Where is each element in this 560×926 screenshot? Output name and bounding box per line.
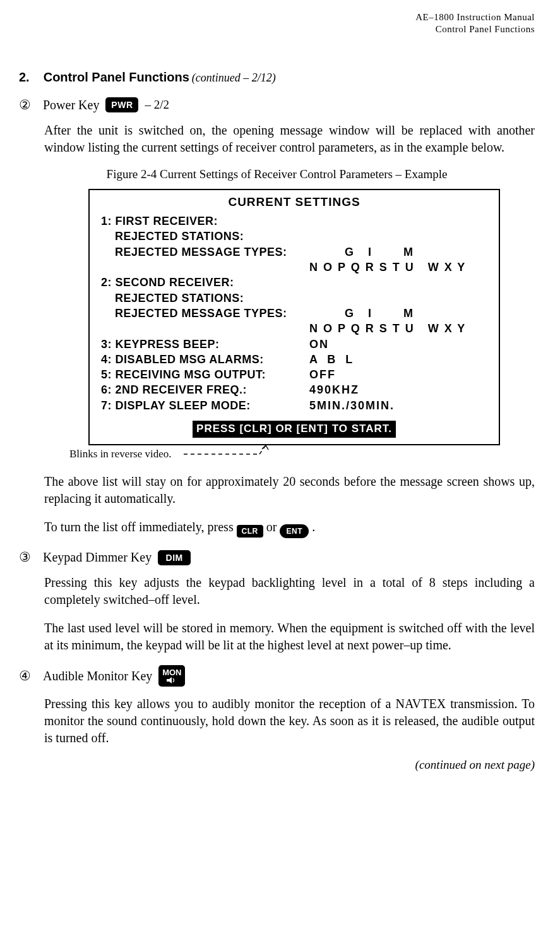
- item-3-p2: The last used level will be stored in me…: [44, 620, 535, 654]
- svg-marker-2: [167, 677, 172, 683]
- p2-part-c: .: [312, 520, 315, 534]
- panel-r1: 1: FIRST RECEIVER:: [101, 213, 309, 229]
- blink-note: Blinks in reverse video.: [69, 448, 171, 460]
- circled-2: ②: [19, 97, 37, 113]
- section-continued: (continued – 2/12): [192, 71, 276, 84]
- settings-panel: CURRENT SETTINGS 1: FIRST RECEIVER: REJE…: [88, 189, 500, 445]
- panel-r6-val: 490KHZ: [309, 382, 359, 397]
- mon-key-text: MON: [162, 668, 181, 676]
- panel-r2c-pad: [101, 321, 309, 336]
- item-4-p: Pressing this key allows you to audibly …: [44, 695, 535, 747]
- panel-r4-label: 4: DISABLED MSG ALARMS:: [101, 352, 309, 367]
- panel-r1b-val: G I M: [309, 244, 414, 260]
- panel-r4-val: A B L: [309, 352, 354, 367]
- panel-r1b-label: REJECTED MESSAGE TYPES:: [101, 244, 309, 260]
- item-2-label: Power Key: [43, 98, 99, 112]
- section-title: Control Panel Functions: [44, 70, 189, 84]
- circled-4: ④: [19, 668, 37, 684]
- item-2-sub: – 2/2: [145, 98, 169, 112]
- panel-r3-label: 3: KEYPRESS BEEP:: [101, 337, 309, 352]
- header-line-1: AE–1800 Instruction Manual: [19, 11, 535, 23]
- figure-caption: Figure 2-4 Current Settings of Receiver …: [19, 167, 535, 181]
- blink-note-row: Blinks in reverse video.: [69, 448, 535, 460]
- panel-footer-reverse: PRESS [CLR] OR [ENT] TO START.: [193, 421, 396, 438]
- panel-r2: 2: SECOND RECEIVER:: [101, 275, 309, 290]
- panel-r1a: REJECTED STATIONS:: [101, 229, 309, 244]
- panel-r2a: REJECTED STATIONS:: [101, 291, 309, 306]
- ent-key-icon: ENT: [280, 524, 309, 538]
- item-2-paragraph: After the unit is switched on, the openi…: [44, 122, 535, 156]
- p2-part-a: To turn the list off immediately, press: [44, 520, 237, 534]
- after-panel-p1: The above list will stay on for approxim…: [44, 473, 535, 507]
- panel-r3-val: ON: [309, 337, 329, 352]
- clr-key-icon: CLR: [237, 525, 263, 538]
- panel-r7-label: 7: DISPLAY SLEEP MODE:: [101, 398, 309, 413]
- after-panel-p2: To turn the list off immediately, press …: [44, 519, 535, 538]
- item-3-p1: Pressing this key adjusts the keypad bac…: [44, 574, 535, 608]
- section-number: 2.: [19, 70, 30, 85]
- circled-3: ③: [19, 550, 37, 565]
- header-line-2: Control Panel Functions: [19, 23, 535, 35]
- dim-key-icon: DIM: [158, 550, 191, 565]
- page-header: AE–1800 Instruction Manual Control Panel…: [19, 11, 535, 35]
- continued-footer: (continued on next page): [19, 758, 535, 772]
- panel-r2b-val: G I M: [309, 306, 414, 321]
- leader-line-icon: [184, 448, 272, 458]
- item-4-label: Audible Monitor Key: [43, 669, 152, 683]
- section-heading: 2. Control Panel Functions (continued – …: [19, 70, 535, 85]
- p2-part-b: or: [266, 520, 280, 534]
- panel-r1c-pad: [101, 260, 309, 275]
- item-3-label: Keypad Dimmer Key: [43, 550, 152, 565]
- panel-r5-label: 5: RECEIVING MSG OUTPUT:: [101, 367, 309, 382]
- panel-r2b-label: REJECTED MESSAGE TYPES:: [101, 306, 309, 321]
- mon-key-icon: MON: [158, 665, 185, 687]
- item-4-row: ④ Audible Monitor Key MON: [19, 665, 535, 687]
- panel-r1c-val: N O P Q R S T U W X Y: [309, 260, 466, 275]
- panel-r5-val: OFF: [309, 367, 336, 382]
- pwr-key-icon: PWR: [105, 97, 138, 112]
- item-2-row: ② Power Key PWR – 2/2: [19, 97, 535, 113]
- panel-r7-val: 5MIN./30MIN.: [309, 398, 395, 413]
- panel-r6-label: 6: 2ND RECEIVER FREQ.:: [101, 382, 309, 397]
- panel-r2c-val: N O P Q R S T U W X Y: [309, 321, 466, 336]
- speaker-icon: [166, 677, 177, 683]
- item-3-row: ③ Keypad Dimmer Key DIM: [19, 550, 535, 565]
- panel-title: CURRENT SETTINGS: [101, 194, 487, 210]
